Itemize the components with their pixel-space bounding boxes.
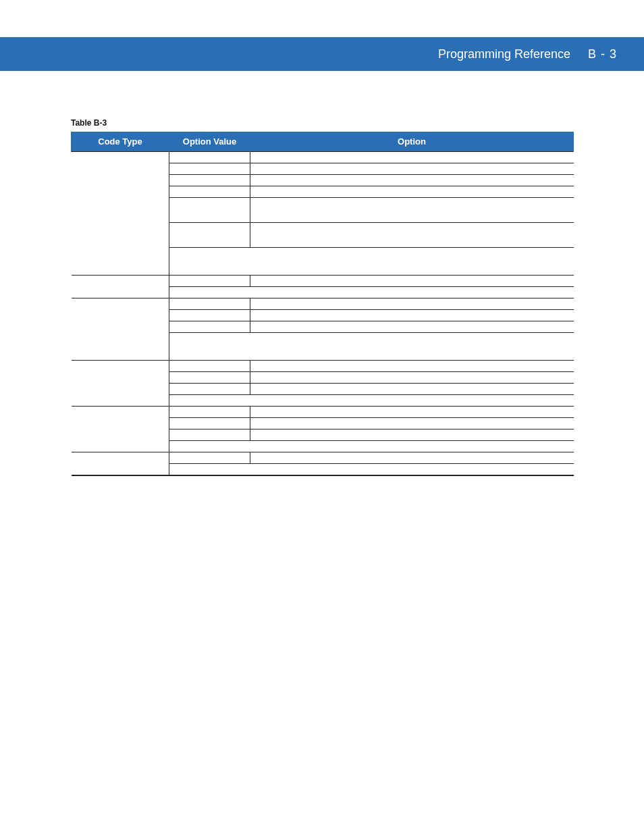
col-header-option-value: Option Value <box>169 132 250 152</box>
table-row <box>72 152 574 163</box>
col-header-option: Option <box>250 132 574 152</box>
cell-option-value <box>169 152 250 163</box>
cell-option <box>250 186 574 198</box>
cell-codetype <box>72 333 169 361</box>
table-row <box>72 333 574 361</box>
cell-option-span <box>169 287 574 298</box>
table-row <box>72 464 574 476</box>
cell-option-span <box>169 248 574 276</box>
cell-codetype <box>72 175 169 186</box>
header-title: Programming Reference <box>438 47 570 61</box>
cell-option <box>250 175 574 186</box>
cell-codetype <box>72 310 169 321</box>
cell-codetype <box>72 395 169 407</box>
table-row <box>72 175 574 186</box>
cell-codetype <box>72 441 169 452</box>
content: Table B-3 Code Type Option Value Option <box>71 118 574 476</box>
table-row <box>72 298 574 310</box>
cell-codetype <box>72 321 169 333</box>
cell-option-value <box>169 276 250 287</box>
table-row <box>72 395 574 407</box>
table-row <box>72 429 574 441</box>
cell-codetype <box>72 186 169 198</box>
reference-table: Code Type Option Value Option <box>71 132 574 476</box>
cell-codetype <box>72 276 169 287</box>
col-header-codetype: Code Type <box>72 132 169 152</box>
table-row <box>72 163 574 175</box>
cell-option <box>250 276 574 287</box>
table-row <box>72 186 574 198</box>
cell-option-value <box>169 372 250 384</box>
table-row <box>72 223 574 248</box>
cell-codetype <box>72 452 169 464</box>
cell-option-value <box>169 163 250 175</box>
cell-option <box>250 152 574 163</box>
cell-option-value <box>169 407 250 418</box>
cell-option <box>250 310 574 321</box>
table-row <box>72 407 574 418</box>
table-row <box>72 248 574 276</box>
cell-codetype <box>72 287 169 298</box>
cell-codetype <box>72 198 169 223</box>
cell-codetype <box>72 429 169 441</box>
cell-option-value <box>169 321 250 333</box>
table-row <box>72 287 574 298</box>
cell-option-value <box>169 452 250 464</box>
table-row <box>72 361 574 372</box>
cell-option-span <box>169 464 574 476</box>
table-row <box>72 372 574 384</box>
header-bar: Programming Reference B - 3 <box>0 37 644 71</box>
cell-option-span <box>169 395 574 407</box>
cell-option-value <box>169 310 250 321</box>
cell-codetype <box>72 372 169 384</box>
cell-option <box>250 198 574 223</box>
cell-option <box>250 321 574 333</box>
table-row <box>72 452 574 464</box>
table-row <box>72 321 574 333</box>
table-body <box>72 152 574 476</box>
cell-option <box>250 418 574 429</box>
cell-option-span <box>169 333 574 361</box>
cell-option <box>250 372 574 384</box>
cell-option-value <box>169 384 250 395</box>
table-header-row: Code Type Option Value Option <box>72 132 574 152</box>
cell-option <box>250 298 574 310</box>
cell-option-value <box>169 175 250 186</box>
cell-option-value <box>169 298 250 310</box>
page: Programming Reference B - 3 Table B-3 Co… <box>0 0 644 834</box>
cell-codetype <box>72 248 169 276</box>
cell-option-value <box>169 223 250 248</box>
cell-option-value <box>169 429 250 441</box>
cell-codetype <box>72 152 169 163</box>
cell-option <box>250 163 574 175</box>
cell-codetype <box>72 361 169 372</box>
cell-option-value <box>169 186 250 198</box>
cell-codetype <box>72 223 169 248</box>
cell-option <box>250 429 574 441</box>
cell-codetype <box>72 418 169 429</box>
table-row <box>72 276 574 287</box>
cell-option-span <box>169 441 574 452</box>
cell-codetype <box>72 384 169 395</box>
table-row <box>72 441 574 452</box>
cell-option <box>250 361 574 372</box>
cell-option-value <box>169 198 250 223</box>
cell-option <box>250 384 574 395</box>
table-caption: Table B-3 <box>71 118 574 128</box>
cell-codetype <box>72 163 169 175</box>
table-row <box>72 418 574 429</box>
table-row <box>72 198 574 223</box>
cell-codetype <box>72 407 169 418</box>
cell-codetype <box>72 298 169 310</box>
header-page-number: B - 3 <box>588 47 617 61</box>
cell-option-value <box>169 361 250 372</box>
cell-codetype <box>72 464 169 476</box>
cell-option <box>250 452 574 464</box>
cell-option <box>250 407 574 418</box>
cell-option <box>250 223 574 248</box>
cell-option-value <box>169 418 250 429</box>
table-row <box>72 310 574 321</box>
table-row <box>72 384 574 395</box>
